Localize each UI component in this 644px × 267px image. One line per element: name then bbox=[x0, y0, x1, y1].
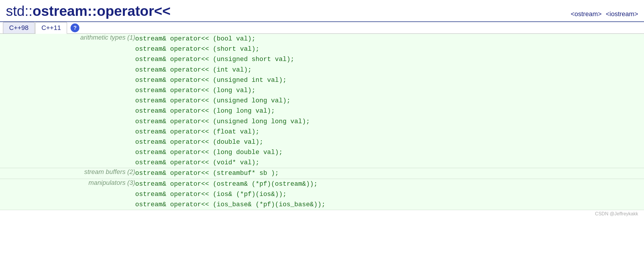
iostream-link[interactable]: <iostream> bbox=[606, 10, 638, 18]
code-line: ostream& operator<< (float val); bbox=[135, 127, 644, 137]
tab-cpp98[interactable]: C++98 bbox=[3, 22, 35, 33]
code-line: ostream& operator<< (ostream& (*pf)(ostr… bbox=[135, 179, 644, 189]
help-icon[interactable]: ? bbox=[71, 23, 79, 32]
tabs-bar: C++98 C++11 ? bbox=[0, 22, 644, 34]
code-line: ostream& operator<< (long val); bbox=[135, 85, 644, 96]
code-cell-manipulators: ostream& operator<< (ostream& (*pf)(ostr… bbox=[135, 179, 644, 210]
section-label-cell-stream-buffers: stream buffers (2) bbox=[0, 168, 135, 179]
section-label-cell-arithmetic: arithmetic types (1) bbox=[0, 34, 135, 168]
code-line: ostream& operator<< (ios& (*pf)(ios&)); bbox=[135, 189, 644, 200]
code-line: ostream& operator<< (ios_base& (*pf)(ios… bbox=[135, 200, 644, 210]
code-line: ostream& operator<< (short val); bbox=[135, 44, 644, 54]
ostream-link[interactable]: <ostream> bbox=[571, 10, 602, 18]
section-label-cell-manipulators: manipulators (3) bbox=[0, 179, 135, 210]
section-label-manipulators: manipulators (3) bbox=[88, 179, 135, 186]
code-line: ostream& operator<< (long double val); bbox=[135, 147, 644, 158]
section-row-arithmetic: arithmetic types (1) ostream& operator<<… bbox=[0, 34, 644, 168]
main-table: arithmetic types (1) ostream& operator<<… bbox=[0, 34, 644, 210]
code-line: ostream& operator<< (unsigned short val)… bbox=[135, 54, 644, 65]
title-bold: ostream::operator<< bbox=[33, 3, 170, 19]
code-line: ostream& operator<< (void* val); bbox=[135, 158, 644, 168]
code-line: ostream& operator<< (unsigned int val); bbox=[135, 75, 644, 85]
code-line: ostream& operator<< (long long val); bbox=[135, 106, 644, 116]
footer-credit: CSDN @Jeffreykakk bbox=[0, 210, 644, 218]
code-line: ostream& operator<< (unsigned long long … bbox=[135, 116, 644, 127]
title-prefix: std:: bbox=[6, 3, 33, 19]
section-row-stream-buffers: stream buffers (2) ostream& operator<< (… bbox=[0, 168, 644, 179]
page-title: std::ostream::operator<< bbox=[6, 3, 170, 19]
code-cell-arithmetic: ostream& operator<< (bool val); ostream&… bbox=[135, 34, 644, 168]
code-cell-stream-buffers: ostream& operator<< (streambuf* sb ); bbox=[135, 168, 644, 179]
code-line: ostream& operator<< (int val); bbox=[135, 65, 644, 75]
code-line: ostream& operator<< (unsigned long val); bbox=[135, 96, 644, 106]
code-line: ostream& operator<< (double val); bbox=[135, 137, 644, 147]
section-label-stream-buffers: stream buffers (2) bbox=[84, 168, 135, 175]
section-label-arithmetic: arithmetic types (1) bbox=[80, 34, 135, 41]
code-line: ostream& operator<< (bool val); bbox=[135, 34, 644, 44]
header-links[interactable]: <ostream> <iostream> bbox=[568, 10, 638, 19]
tab-cpp11[interactable]: C++11 bbox=[35, 22, 67, 34]
page-header: std::ostream::operator<< <ostream> <iost… bbox=[0, 0, 644, 22]
content-area: arithmetic types (1) ostream& operator<<… bbox=[0, 34, 644, 210]
section-row-manipulators: manipulators (3) ostream& operator<< (os… bbox=[0, 179, 644, 210]
code-line: ostream& operator<< (streambuf* sb ); bbox=[135, 168, 644, 178]
